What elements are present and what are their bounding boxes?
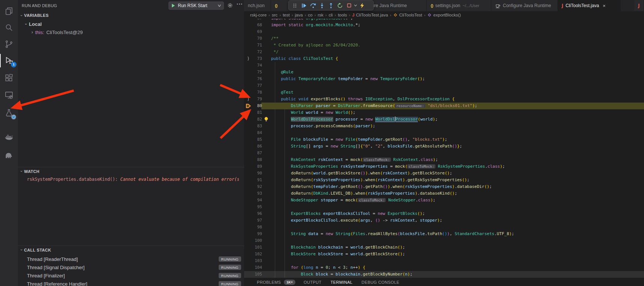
code-line-85[interactable]: 85 File blocksFile = new File(tempFolder…: [244, 136, 644, 143]
extensions-icon[interactable]: [0, 70, 18, 86]
breadcrumb-item[interactable]: CliToolsTest: [393, 13, 422, 17]
panel-tab-output[interactable]: OUTPUT: [304, 280, 322, 285]
variables-scope-local[interactable]: › Local: [25, 20, 42, 28]
call-stack-thread-row[interactable]: Thread [Finalizer]RUNNING: [18, 272, 244, 280]
panel-tab-terminal[interactable]: TERMINAL: [331, 280, 353, 285]
code-line-90[interactable]: 90 doReturn(world.getBlockStore()).when(…: [244, 170, 644, 177]
code-line-102[interactable]: 102 BlockStore blockStore = world.getBlo…: [244, 251, 644, 258]
panel-tab-debug-console[interactable]: DEBUG CONSOLE: [362, 280, 400, 285]
tab-configure-java-runtime[interactable]: Configure Java Runtime: [491, 0, 558, 11]
code-line-67[interactable]: 67import static org.junit.Assert.*;: [244, 19, 644, 22]
code-line-75[interactable]: 75 @Rule: [244, 69, 644, 76]
stop-button[interactable]: [344, 1, 353, 10]
line-number: 95: [244, 204, 262, 210]
breadcrumb-item[interactable]: co: [308, 13, 312, 17]
breadcrumb-item[interactable]: JCliToolsTest.java: [352, 13, 388, 17]
code-text: doReturn(rskSystemProperties).when(rskCo…: [271, 177, 470, 183]
code-line-78[interactable]: 78 @Test: [244, 89, 644, 96]
variables-section-header[interactable]: › VARIABLES: [18, 11, 244, 19]
code-line-79[interactable]: )79 public void exportBlocks() throws IO…: [244, 96, 644, 103]
line-number: 89: [244, 163, 262, 170]
call-stack-thread-row[interactable]: Thread [Reference Handler]RUNNING: [18, 280, 244, 286]
tab-settings-json[interactable]: {}settings.json~/.../User: [427, 0, 491, 11]
code-line-76[interactable]: 76 public TemporaryFolder tempFolder = n…: [244, 76, 644, 82]
continue-button[interactable]: [300, 1, 309, 10]
code-text: doReturn(world.getBlockStore()).when(rsk…: [271, 170, 452, 177]
code-line-71[interactable]: 71 * Created by ajlopez on 26/04/2020.: [244, 42, 644, 49]
breadcrumb-separator: ›: [349, 13, 350, 17]
code-line-74[interactable]: 74: [244, 62, 644, 69]
code-line-104[interactable]: 104 for (long n = 0; n < 3; n++) {: [244, 264, 644, 271]
search-icon[interactable]: [0, 19, 18, 36]
code-line-80[interactable]: 80 DslParser parser = DslParser.fromReso…: [244, 103, 644, 109]
breadcrumb-item[interactable]: exportBlocks(): [427, 13, 461, 17]
code-line-83[interactable]: 83 processor.processCommands(parser);: [244, 123, 644, 130]
breadcrumb-item[interactable]: cli: [329, 13, 333, 17]
code-line-96[interactable]: 96 ExportBlocks exportBlocksCliTool = ne…: [244, 210, 644, 217]
explorer-icon[interactable]: [0, 3, 18, 19]
breadcrumb-separator: ›: [390, 13, 391, 17]
tab-clitoolstest-java[interactable]: JCliToolsTest.java×: [558, 0, 621, 11]
close-icon[interactable]: ×: [603, 3, 606, 9]
code-line-101[interactable]: 101 Blockchain blockchain = world.getBlo…: [244, 244, 644, 251]
breadcrumb-item[interactable]: rsk: [318, 13, 323, 17]
code-line-72[interactable]: 72 */: [244, 49, 644, 55]
step-into-button[interactable]: [318, 1, 326, 10]
run-and-debug-icon[interactable]: 1: [0, 52, 18, 69]
code-line-93[interactable]: 93 doReturn(DbKind.LEVEL_DB).when(rskSys…: [244, 190, 644, 197]
breadcrumb-item[interactable]: src: [272, 13, 277, 17]
code-line-100[interactable]: 100: [244, 237, 644, 244]
code-line-95[interactable]: 95: [244, 204, 644, 210]
hot-code-replace-button[interactable]: [358, 1, 367, 10]
breadcrumb-item[interactable]: test: [283, 13, 290, 17]
tab-partial[interactable]: J: [634, 0, 644, 11]
stop-dropdown-button[interactable]: [353, 1, 358, 10]
restart-button[interactable]: [335, 1, 344, 10]
more-actions-icon[interactable]: ···: [237, 1, 243, 7]
code-line-103[interactable]: 103: [244, 258, 644, 264]
call-stack-thread-row[interactable]: Thread [Signal Dispatcher]RUNNING: [18, 264, 244, 272]
code-line-68[interactable]: 68import static org.mockito.Mockito.*;: [244, 22, 644, 28]
code-editor[interactable]: 67import static org.junit.Assert.*;68imp…: [244, 19, 644, 279]
code-line-73[interactable]: )73public class CliToolsTest {: [244, 55, 644, 62]
gradle-icon[interactable]: [0, 147, 18, 163]
watch-expression-row[interactable]: rskSystemProperties.databaseKind(): Cann…: [27, 175, 239, 183]
breadcrumb[interactable]: rskj-core›src›test›java›co›rsk›cli›tools…: [244, 11, 644, 19]
run-config-dropdown[interactable]: Run RSK Start ˅: [168, 1, 224, 10]
code-line-105[interactable]: 105 Block block = blockchain.getBlockByN…: [244, 271, 644, 278]
code-line-77[interactable]: 77: [244, 82, 644, 89]
code-line-82[interactable]: 82 WorldDslProcessor processor = new Wor…: [244, 116, 644, 123]
step-out-button[interactable]: [326, 1, 335, 10]
panel-tab-problems[interactable]: PROBLEMS: [257, 280, 281, 285]
breadcrumb-item[interactable]: rskj-core: [250, 13, 267, 17]
variable-this-row[interactable]: › this: CliToolsTest@29: [31, 28, 83, 36]
code-line-86[interactable]: 86 String[] args = new String[]{"0", "2"…: [244, 143, 644, 150]
code-line-89[interactable]: 89 RskSystemProperties rskSystemProperti…: [244, 163, 644, 170]
code-line-99[interactable]: 99 String data = new String(Files.readAl…: [244, 231, 644, 237]
source-control-icon[interactable]: [0, 36, 18, 52]
remote-explorer-icon[interactable]: [0, 87, 18, 103]
gear-icon[interactable]: [227, 3, 233, 10]
call-stack-section-header[interactable]: › CALL STACK: [18, 246, 244, 254]
call-stack-thread-row[interactable]: Thread [ReaderThread]RUNNING: [18, 255, 244, 264]
tab-nch-json[interactable]: nch.json: [244, 0, 271, 11]
step-over-button[interactable]: [309, 1, 318, 10]
code-line-98[interactable]: 98: [244, 224, 644, 231]
code-line-88[interactable]: 88 RskContext rskContext = mock(classToM…: [244, 156, 644, 163]
code-line-87[interactable]: 87: [244, 150, 644, 156]
watch-section-header[interactable]: › WATCH: [18, 167, 244, 175]
code-line-92[interactable]: 92 doReturn(tempFolder.getRoot().getPath…: [244, 183, 644, 190]
code-line-94[interactable]: 94 NodeStopper stopper = mock(classToMoc…: [244, 197, 644, 204]
code-line-69[interactable]: 69: [244, 28, 644, 35]
code-line-91[interactable]: 91 doReturn(rskSystemProperties).when(rs…: [244, 177, 644, 183]
docker-icon[interactable]: [0, 129, 18, 145]
breadcrumb-item[interactable]: tools: [338, 13, 347, 17]
code-line-81[interactable]: 81 World world = new World();: [244, 109, 644, 116]
breadcrumb-item[interactable]: java: [295, 13, 303, 17]
testing-icon[interactable]: [0, 105, 18, 121]
line-number: 75: [244, 69, 262, 76]
code-text: import static org.junit.Assert.*;: [271, 19, 353, 22]
code-line-97[interactable]: 97 exportBlocksCliTool.execute(args, () …: [244, 217, 644, 224]
code-line-84[interactable]: 84: [244, 130, 644, 136]
code-line-70[interactable]: 70/**: [244, 35, 644, 42]
